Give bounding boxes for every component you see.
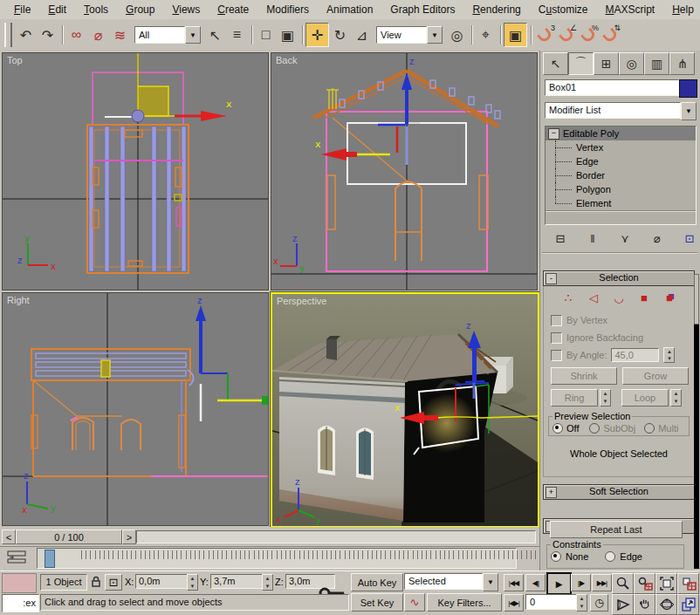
menu-group[interactable]: Group [117, 1, 163, 18]
tab-modify-icon[interactable]: ⌒ [568, 52, 594, 75]
field-of-view-icon[interactable] [612, 594, 634, 615]
polygon-icon[interactable]: ■ [636, 290, 652, 304]
select-and-manipulate-icon[interactable]: ⌖ [475, 24, 497, 46]
toolbar-drag-handle[interactable] [4, 23, 12, 47]
viewport-right[interactable]: z z x y Right [2, 292, 269, 526]
dropdown-arrow-icon[interactable]: ▼ [483, 573, 498, 591]
selection-filter-dropdown[interactable]: All ▼ [134, 26, 201, 44]
object-color-swatch[interactable] [679, 79, 697, 98]
select-and-link-icon[interactable]: ∞ [65, 24, 87, 46]
x-coord-spinner[interactable]: ▲▼ [187, 574, 198, 591]
tab-create-icon[interactable]: ↖ [543, 52, 568, 75]
zoom-extents-icon[interactable] [655, 573, 677, 594]
preview-subobj-radio[interactable] [589, 423, 600, 434]
undo-icon[interactable]: ↶ [15, 24, 37, 46]
unlink-selection-icon[interactable]: ⌀ [87, 24, 109, 46]
default-in-out-tangents-icon[interactable]: ∿ [404, 593, 425, 612]
menu-file[interactable]: File [5, 1, 39, 18]
dropdown-arrow-icon[interactable]: ▼ [427, 26, 443, 44]
time-slider-handle[interactable]: 0 / 100 [16, 530, 122, 544]
key-mode-dropdown[interactable]: Selected ▼ [404, 573, 498, 591]
constraints-none-radio[interactable] [551, 551, 561, 562]
use-pivot-point-center-icon[interactable]: ◎ [446, 24, 468, 46]
ring-button[interactable]: Ring [551, 389, 598, 407]
soft-selection-rollout-header[interactable]: + Soft Selection [543, 484, 695, 500]
by-angle-spinner[interactable]: ▲▼ [663, 347, 675, 363]
remove-modifier-icon[interactable]: ⌀ [647, 229, 668, 247]
tab-hierarchy-icon[interactable]: ⊞ [594, 52, 619, 75]
window-crossing-icon[interactable]: ▣ [277, 24, 299, 46]
by-angle-checkbox[interactable] [551, 350, 562, 361]
viewport-perspective-canvas[interactable]: x z z x y [272, 294, 538, 526]
rectangular-selection-region-icon[interactable]: □ [255, 24, 277, 46]
menu-animation[interactable]: Animation [318, 1, 381, 18]
menu-help[interactable]: Help [663, 1, 700, 18]
selection-rollout-header[interactable]: - Selection [543, 270, 695, 286]
edge-icon[interactable]: ◁ [586, 290, 601, 304]
zoom-extents-all-icon[interactable] [677, 573, 699, 594]
time-slider-prev-button[interactable]: < [2, 530, 16, 544]
track-bar-ruler[interactable] [37, 548, 517, 569]
menu-create[interactable]: Create [209, 1, 257, 18]
stack-subobject-item[interactable]: Edge [546, 154, 696, 168]
tab-motion-icon[interactable]: ◎ [619, 52, 644, 75]
modifier-list-dropdown[interactable]: Modifier List ▼ [545, 102, 697, 120]
snaps-toggle-icon[interactable]: 3 [534, 24, 556, 46]
zoom-icon[interactable] [612, 573, 634, 594]
loop-button[interactable]: Loop [621, 389, 669, 407]
viewport-back[interactable]: x z z x y Back [271, 52, 538, 290]
key-mode-toggle-icon[interactable]: |◀▶| [504, 594, 524, 612]
viewport-perspective[interactable]: x z z x y Perspective [271, 292, 539, 528]
viewport-right-canvas[interactable]: z z x y [3, 293, 268, 525]
maxscript-mini-listener[interactable]: :ex [2, 594, 39, 612]
auto-key-button[interactable]: Auto Key [351, 573, 403, 591]
zoom-all-icon[interactable] [634, 573, 655, 594]
stack-subobject-item[interactable]: Vertex [546, 140, 696, 154]
current-frame-field[interactable]: 0 [525, 594, 578, 610]
menu-tools[interactable]: Tools [75, 1, 117, 18]
play-button[interactable]: ▶ [546, 572, 572, 595]
angle-snap-icon[interactable]: ∠ [556, 24, 578, 46]
panel-scrollbar-thumb[interactable] [694, 274, 699, 325]
menu-maxscript[interactable]: MAXScript [597, 1, 664, 18]
pin-stack-icon[interactable]: ⊟ [550, 229, 571, 247]
keyboard-shortcut-override-icon[interactable]: ▣ [504, 23, 527, 47]
mini-curve-editor-icon[interactable] [7, 550, 28, 564]
x-coord-field[interactable]: 0,0m [135, 574, 188, 589]
stack-subobject-item[interactable]: Border [546, 168, 696, 182]
grow-button[interactable]: Grow [622, 367, 689, 385]
frame-spinner[interactable]: ▲▼ [576, 594, 587, 612]
previous-frame-button[interactable]: ◀|| [525, 574, 546, 591]
time-slider-track[interactable] [136, 530, 536, 543]
vertex-icon[interactable]: ∴ [560, 290, 576, 304]
time-slider-next-button[interactable]: > [122, 530, 136, 544]
key-filters-button[interactable]: Key Filters... [427, 593, 502, 612]
collapse-icon[interactable]: - [546, 273, 557, 284]
dropdown-arrow-icon[interactable]: ▼ [681, 102, 697, 120]
menu-graph-editors[interactable]: Graph Editors [381, 1, 463, 18]
preview-multi-radio[interactable] [644, 423, 655, 434]
time-configuration-icon[interactable]: ◷ [590, 594, 608, 612]
absolute-offset-toggle-icon[interactable]: ⊡ [105, 574, 122, 591]
show-end-result-icon[interactable]: ‖ [582, 229, 603, 247]
maxscript-mini-listener-pink[interactable] [2, 573, 37, 593]
menu-edit[interactable]: Edit [39, 1, 75, 18]
repeat-last-button[interactable]: Repeat Last [550, 521, 683, 538]
stack-subobject-item[interactable]: Element [546, 196, 696, 210]
reference-coordinate-dropdown[interactable]: View ▼ [376, 26, 443, 44]
expand-icon[interactable]: + [546, 487, 557, 498]
redo-icon[interactable]: ↷ [37, 24, 58, 46]
stack-subobject-item[interactable]: Polygon [546, 182, 696, 196]
panel-scrollbar[interactable] [694, 274, 699, 569]
spinner-snap-icon[interactable]: ⇅ [600, 24, 621, 46]
border-icon[interactable]: ◡ [611, 290, 627, 304]
maximize-viewport-toggle-icon[interactable] [677, 594, 699, 615]
viewport-back-canvas[interactable]: x z z x y [271, 53, 537, 290]
ignore-backfacing-checkbox[interactable] [551, 332, 562, 344]
pan-hand-icon[interactable] [634, 594, 655, 615]
element-icon[interactable]: ■ [662, 290, 677, 304]
select-by-name-icon[interactable]: ≡ [226, 24, 248, 46]
loop-spinner[interactable]: ▲▼ [670, 389, 682, 407]
percent-snap-icon[interactable]: % [578, 24, 600, 46]
y-coord-field[interactable]: 3,7m [210, 574, 263, 589]
